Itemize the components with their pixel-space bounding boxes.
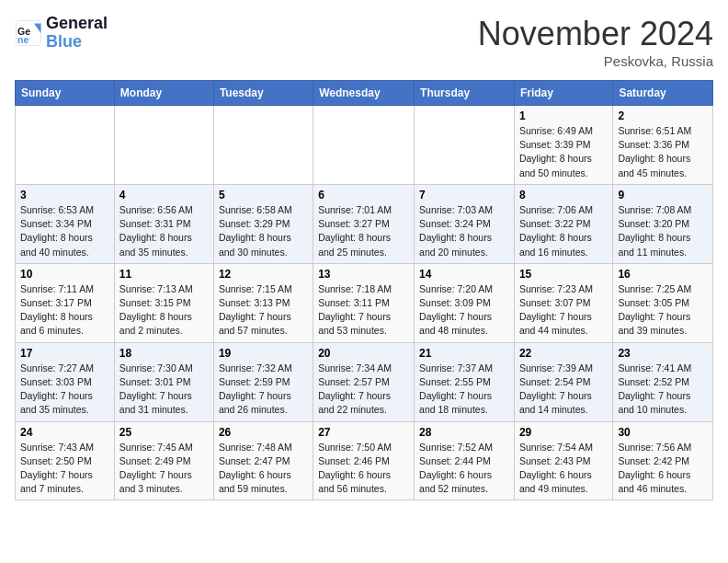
day-info: Sunrise: 7:54 AM Sunset: 2:43 PM Dayligh… bbox=[519, 441, 608, 497]
col-thursday: Thursday bbox=[415, 81, 515, 106]
day-number: 18 bbox=[119, 347, 209, 360]
table-row: 6Sunrise: 7:01 AM Sunset: 3:27 PM Daylig… bbox=[313, 184, 415, 263]
day-info: Sunrise: 7:45 AM Sunset: 2:49 PM Dayligh… bbox=[119, 441, 209, 497]
col-monday: Monday bbox=[114, 81, 213, 106]
day-number: 8 bbox=[519, 189, 608, 201]
table-row: 13Sunrise: 7:18 AM Sunset: 3:11 PM Dayli… bbox=[313, 263, 415, 342]
day-number: 13 bbox=[318, 268, 409, 281]
table-row bbox=[213, 106, 313, 185]
day-info: Sunrise: 7:52 AM Sunset: 2:44 PM Dayligh… bbox=[419, 441, 509, 497]
day-number: 2 bbox=[618, 109, 708, 122]
day-number: 16 bbox=[618, 268, 708, 281]
day-number: 4 bbox=[119, 189, 209, 201]
day-info: Sunrise: 7:13 AM Sunset: 3:15 PM Dayligh… bbox=[119, 282, 209, 339]
table-row: 29Sunrise: 7:54 AM Sunset: 2:43 PM Dayli… bbox=[514, 421, 612, 500]
day-info: Sunrise: 7:34 AM Sunset: 2:57 PM Dayligh… bbox=[318, 362, 409, 418]
calendar-week-row: 3Sunrise: 6:53 AM Sunset: 3:34 PM Daylig… bbox=[16, 184, 713, 263]
day-number: 30 bbox=[618, 426, 708, 439]
day-info: Sunrise: 7:56 AM Sunset: 2:42 PM Dayligh… bbox=[618, 441, 708, 497]
col-friday: Friday bbox=[514, 81, 612, 106]
day-number: 11 bbox=[119, 268, 209, 281]
table-row: 25Sunrise: 7:45 AM Sunset: 2:49 PM Dayli… bbox=[114, 421, 213, 500]
table-row: 12Sunrise: 7:15 AM Sunset: 3:13 PM Dayli… bbox=[213, 263, 313, 342]
day-number: 9 bbox=[618, 189, 708, 201]
table-row: 1Sunrise: 6:49 AM Sunset: 3:39 PM Daylig… bbox=[514, 106, 612, 185]
day-number: 14 bbox=[419, 268, 509, 281]
day-number: 5 bbox=[219, 189, 308, 201]
day-info: Sunrise: 6:56 AM Sunset: 3:31 PM Dayligh… bbox=[119, 203, 209, 259]
day-number: 10 bbox=[20, 268, 109, 281]
day-number: 19 bbox=[219, 347, 308, 360]
table-row: 3Sunrise: 6:53 AM Sunset: 3:34 PM Daylig… bbox=[16, 184, 115, 263]
table-row bbox=[16, 106, 115, 185]
svg-text:ne: ne bbox=[17, 34, 28, 45]
day-number: 22 bbox=[519, 347, 608, 360]
calendar-week-row: 10Sunrise: 7:11 AM Sunset: 3:17 PM Dayli… bbox=[16, 263, 713, 342]
logo-text-line2: Blue bbox=[46, 33, 108, 52]
table-row: 27Sunrise: 7:50 AM Sunset: 2:46 PM Dayli… bbox=[313, 421, 415, 500]
day-number: 28 bbox=[419, 426, 509, 439]
table-row: 11Sunrise: 7:13 AM Sunset: 3:15 PM Dayli… bbox=[114, 263, 213, 342]
day-info: Sunrise: 7:27 AM Sunset: 3:03 PM Dayligh… bbox=[20, 362, 109, 418]
day-info: Sunrise: 7:39 AM Sunset: 2:54 PM Dayligh… bbox=[519, 362, 608, 418]
table-row: 17Sunrise: 7:27 AM Sunset: 3:03 PM Dayli… bbox=[16, 342, 115, 421]
table-row: 24Sunrise: 7:43 AM Sunset: 2:50 PM Dayli… bbox=[16, 421, 115, 500]
col-wednesday: Wednesday bbox=[313, 81, 415, 106]
day-number: 24 bbox=[20, 426, 109, 439]
logo-icon: Ge ne bbox=[15, 19, 42, 47]
day-number: 17 bbox=[20, 347, 109, 360]
table-row: 16Sunrise: 7:25 AM Sunset: 3:05 PM Dayli… bbox=[613, 263, 713, 342]
day-info: Sunrise: 6:53 AM Sunset: 3:34 PM Dayligh… bbox=[20, 203, 109, 259]
day-number: 6 bbox=[318, 189, 409, 201]
table-row: 21Sunrise: 7:37 AM Sunset: 2:55 PM Dayli… bbox=[415, 342, 515, 421]
table-row: 14Sunrise: 7:20 AM Sunset: 3:09 PM Dayli… bbox=[415, 263, 515, 342]
day-info: Sunrise: 7:08 AM Sunset: 3:20 PM Dayligh… bbox=[618, 203, 708, 259]
col-sunday: Sunday bbox=[16, 81, 115, 106]
day-info: Sunrise: 7:01 AM Sunset: 3:27 PM Dayligh… bbox=[318, 203, 409, 259]
day-info: Sunrise: 7:25 AM Sunset: 3:05 PM Dayligh… bbox=[618, 282, 708, 339]
logo: Ge ne General Blue bbox=[15, 15, 108, 52]
day-number: 20 bbox=[318, 347, 409, 360]
table-row: 7Sunrise: 7:03 AM Sunset: 3:24 PM Daylig… bbox=[415, 184, 515, 263]
table-row: 20Sunrise: 7:34 AM Sunset: 2:57 PM Dayli… bbox=[313, 342, 415, 421]
day-info: Sunrise: 6:58 AM Sunset: 3:29 PM Dayligh… bbox=[219, 203, 308, 259]
day-number: 25 bbox=[119, 426, 209, 439]
table-row: 5Sunrise: 6:58 AM Sunset: 3:29 PM Daylig… bbox=[213, 184, 313, 263]
day-info: Sunrise: 7:15 AM Sunset: 3:13 PM Dayligh… bbox=[219, 282, 308, 339]
day-info: Sunrise: 7:18 AM Sunset: 3:11 PM Dayligh… bbox=[318, 282, 409, 339]
logo-text-line1: General bbox=[46, 15, 108, 33]
table-row: 23Sunrise: 7:41 AM Sunset: 2:52 PM Dayli… bbox=[613, 342, 713, 421]
table-row: 15Sunrise: 7:23 AM Sunset: 3:07 PM Dayli… bbox=[514, 263, 612, 342]
calendar-week-row: 1Sunrise: 6:49 AM Sunset: 3:39 PM Daylig… bbox=[16, 106, 713, 185]
day-number: 15 bbox=[519, 268, 608, 281]
day-info: Sunrise: 7:06 AM Sunset: 3:22 PM Dayligh… bbox=[519, 203, 608, 259]
location-label: Peskovka, Russia bbox=[478, 53, 713, 69]
day-info: Sunrise: 7:48 AM Sunset: 2:47 PM Dayligh… bbox=[219, 441, 308, 497]
day-number: 21 bbox=[419, 347, 509, 360]
day-info: Sunrise: 7:50 AM Sunset: 2:46 PM Dayligh… bbox=[318, 441, 409, 497]
table-row: 22Sunrise: 7:39 AM Sunset: 2:54 PM Dayli… bbox=[514, 342, 612, 421]
day-number: 12 bbox=[219, 268, 308, 281]
col-saturday: Saturday bbox=[613, 81, 713, 106]
day-number: 23 bbox=[618, 347, 708, 360]
day-info: Sunrise: 7:03 AM Sunset: 3:24 PM Dayligh… bbox=[419, 203, 509, 259]
month-title: November 2024 bbox=[478, 15, 713, 53]
table-row: 28Sunrise: 7:52 AM Sunset: 2:44 PM Dayli… bbox=[415, 421, 515, 500]
day-number: 3 bbox=[20, 189, 109, 201]
page-header: Ge ne General Blue November 2024 Peskovk… bbox=[15, 15, 713, 69]
day-info: Sunrise: 7:41 AM Sunset: 2:52 PM Dayligh… bbox=[618, 362, 708, 418]
day-info: Sunrise: 7:30 AM Sunset: 3:01 PM Dayligh… bbox=[119, 362, 209, 418]
table-row: 4Sunrise: 6:56 AM Sunset: 3:31 PM Daylig… bbox=[114, 184, 213, 263]
table-row: 2Sunrise: 6:51 AM Sunset: 3:36 PM Daylig… bbox=[613, 106, 713, 185]
table-row: 18Sunrise: 7:30 AM Sunset: 3:01 PM Dayli… bbox=[114, 342, 213, 421]
day-info: Sunrise: 6:49 AM Sunset: 3:39 PM Dayligh… bbox=[519, 124, 608, 180]
table-row: 30Sunrise: 7:56 AM Sunset: 2:42 PM Dayli… bbox=[613, 421, 713, 500]
day-number: 1 bbox=[519, 109, 608, 122]
day-info: Sunrise: 7:23 AM Sunset: 3:07 PM Dayligh… bbox=[519, 282, 608, 339]
day-info: Sunrise: 7:20 AM Sunset: 3:09 PM Dayligh… bbox=[419, 282, 509, 339]
table-row bbox=[114, 106, 213, 185]
table-row bbox=[415, 106, 515, 185]
table-row: 8Sunrise: 7:06 AM Sunset: 3:22 PM Daylig… bbox=[514, 184, 612, 263]
calendar-week-row: 17Sunrise: 7:27 AM Sunset: 3:03 PM Dayli… bbox=[16, 342, 713, 421]
day-number: 29 bbox=[519, 426, 608, 439]
